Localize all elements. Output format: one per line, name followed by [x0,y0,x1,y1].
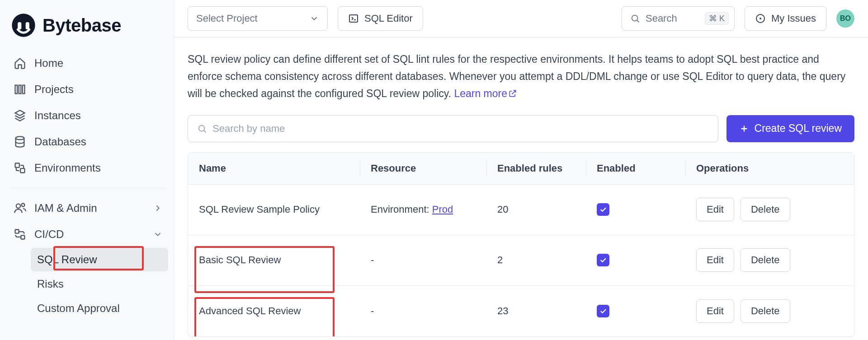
edit-button[interactable]: Edit [696,198,734,221]
delete-button[interactable]: Delete [741,198,790,221]
enabled-checkbox[interactable] [597,305,609,317]
svg-rect-12 [21,235,24,239]
sidebar-item-label: Projects [34,83,74,96]
environments-icon [14,162,26,174]
check-icon [599,307,607,315]
sql-editor-button[interactable]: SQL Editor [338,6,423,31]
sidebar-subitem-custom-approval[interactable]: Custom Approval [31,297,168,320]
highlight-annotation [194,297,335,337]
th-enabled: Enabled [586,153,685,184]
sidebar-item-label: CI/CD [34,228,64,241]
sidebar-item-instances[interactable]: Instances [8,103,168,128]
project-selector-label: Select Project [196,13,258,24]
table-header: Name Resource Enabled rules Enabled Oper… [188,153,854,185]
cicd-icon [14,228,26,241]
my-issues-button[interactable]: My Issues [745,6,826,31]
sidebar: Bytebase Home Projects Instances Databas… [0,0,174,340]
avatar[interactable]: BO [836,9,854,28]
chevron-down-icon [153,229,163,239]
sidebar-item-environments[interactable]: Environments [8,155,168,181]
global-search[interactable]: Search ⌘ K [622,6,735,31]
edit-button[interactable]: Edit [696,299,734,323]
home-icon [14,57,26,70]
subitem-label: Custom Approval [37,302,120,314]
topbar: Select Project SQL Editor Search ⌘ K My … [174,0,868,37]
sidebar-item-databases[interactable]: Databases [8,129,168,154]
sidebar-item-iam-admin[interactable]: IAM & Admin [8,196,168,221]
td-enabled-rules: 20 [486,194,586,225]
svg-rect-4 [19,85,21,94]
sidebar-item-label: IAM & Admin [34,202,97,214]
sidebar-item-label: Instances [34,109,81,122]
external-link-icon [508,89,517,98]
td-resource: Environment: Prod [360,194,486,225]
svg-rect-7 [15,163,19,168]
sidebar-item-cicd[interactable]: CI/CD [8,222,168,247]
svg-rect-3 [15,85,18,94]
table-row: Basic SQL Review-2EditDelete [188,235,854,286]
page-description: SQL review policy can define different s… [188,51,854,102]
learn-more-label: Learn more [454,88,507,99]
svg-point-16 [760,18,761,19]
sql-editor-label: SQL Editor [364,13,413,24]
th-name: Name [188,153,360,184]
primary-nav: Home Projects Instances Databases Enviro… [8,51,168,320]
subitem-label: SQL Review [37,253,97,265]
check-icon [599,205,607,214]
subitem-label: Risks [37,278,64,290]
svg-rect-11 [15,230,19,233]
brand-name: Bytebase [42,15,121,36]
plus-icon [739,124,749,134]
th-resource: Resource [360,153,486,184]
search-icon [630,14,640,23]
target-icon [755,13,766,24]
name-search-box[interactable] [188,115,718,142]
svg-point-10 [22,204,25,207]
enabled-checkbox[interactable] [597,203,609,216]
sidebar-subitem-risks[interactable]: Risks [31,272,168,296]
cicd-subnav: SQL Review Risks Custom Approval [8,248,168,320]
edit-button[interactable]: Edit [696,248,734,272]
sidebar-item-label: Databases [34,135,86,148]
td-resource: - [360,244,486,276]
delete-button[interactable]: Delete [741,299,790,323]
instances-icon [14,109,26,122]
svg-point-6 [16,136,24,140]
projects-icon [14,83,26,96]
td-operations: EditDelete [685,289,854,333]
svg-rect-5 [23,85,25,94]
enabled-checkbox[interactable] [597,254,609,266]
td-operations: EditDelete [685,188,854,231]
resource-link[interactable]: Prod [432,204,453,215]
name-search-input[interactable] [212,123,709,135]
table-row: SQL Review Sample PolicyEnvironment: Pro… [188,185,854,235]
sidebar-item-label: Environments [34,162,101,174]
check-icon [599,256,607,264]
my-issues-label: My Issues [771,13,816,24]
td-enabled-rules: 2 [486,244,586,276]
create-sql-review-button[interactable]: Create SQL review [726,115,854,142]
chevron-down-icon [309,14,319,23]
td-enabled [586,193,685,226]
delete-button[interactable]: Delete [741,248,790,272]
list-toolbar: Create SQL review [188,115,854,142]
sidebar-subitem-sql-review[interactable]: SQL Review [31,248,168,271]
td-operations: EditDelete [685,238,854,282]
page-content: SQL review policy can define different s… [174,37,868,337]
td-resource: - [360,295,486,327]
th-enabled-rules: Enabled rules [486,153,586,184]
sidebar-item-label: Home [34,57,63,70]
table-row: Advanced SQL Review-23EditDelete [188,286,854,336]
brand-logo[interactable]: Bytebase [8,8,168,51]
td-enabled-rules: 23 [486,295,586,327]
th-operations: Operations [685,153,854,184]
sql-review-table: Name Resource Enabled rules Enabled Oper… [188,152,854,337]
users-icon [14,202,26,214]
project-selector[interactable]: Select Project [188,6,328,31]
main-content: Select Project SQL Editor Search ⌘ K My … [174,0,868,340]
sidebar-item-projects[interactable]: Projects [8,77,168,102]
sidebar-item-home[interactable]: Home [8,51,168,76]
td-name: Advanced SQL Review [188,295,360,327]
create-button-label: Create SQL review [755,122,842,135]
learn-more-link[interactable]: Learn more [454,88,517,99]
